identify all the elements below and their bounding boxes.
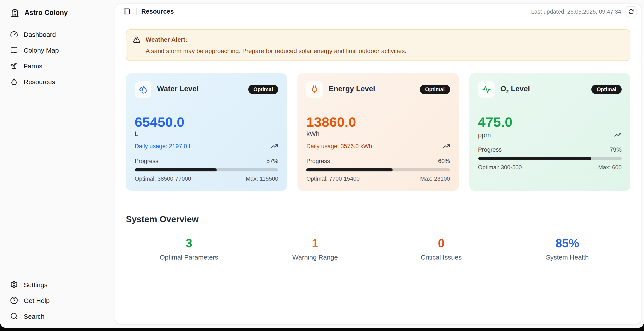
alert-message: A sand storm may be approaching. Prepare…: [146, 46, 406, 55]
stat-critical-issues: 0 Critical Issues: [378, 238, 504, 261]
trending-up-icon: [271, 142, 278, 150]
header-separator: [136, 8, 137, 15]
progress-bar: [306, 168, 450, 171]
sidebar-item-farms[interactable]: Farms: [6, 60, 109, 72]
app-window: Astro Colony Dashboard Colony Map Farms: [0, 0, 644, 328]
progress-label: Progress: [306, 158, 330, 164]
weather-alert-banner: Weather Alert: A sand storm may be appro…: [126, 29, 630, 61]
sidebar-item-colony-map[interactable]: Colony Map: [6, 44, 109, 56]
card-unit: ppm: [478, 131, 491, 138]
stat-label: Warning Range: [252, 253, 378, 261]
sidebar: Astro Colony Dashboard Colony Map Farms: [0, 0, 115, 328]
sidebar-item-label: Search: [24, 312, 44, 320]
system-overview: System Overview 3 Optimal Parameters 1 W…: [126, 214, 630, 261]
resource-card: Energy Level Optimal 13860.0 kWh Daily u…: [298, 73, 459, 191]
search-icon: [10, 312, 18, 320]
help-circle-icon: [10, 296, 18, 304]
app-title: Astro Colony: [24, 9, 68, 17]
progress-percent: 57%: [266, 158, 278, 164]
app-logo: Astro Colony: [6, 5, 109, 20]
optimal-range: Optimal: 38500-77000: [135, 175, 191, 182]
gear-icon: [10, 281, 18, 289]
sidebar-item-label: Settings: [24, 281, 48, 288]
warning-triangle-icon: [133, 36, 140, 43]
sidebar-item-settings[interactable]: Settings: [6, 278, 109, 291]
stat-optimal-parameters: 3 Optimal Parameters: [126, 238, 252, 261]
droplet-icon: [10, 78, 18, 85]
card-title: O2 Level: [500, 85, 530, 94]
card-icon-chip: [306, 81, 323, 98]
sidebar-nav: Dashboard Colony Map Farms Resources: [6, 28, 109, 88]
status-badge: Optimal: [420, 85, 450, 94]
progress-bar: [135, 168, 278, 171]
stat-value: 85%: [504, 238, 630, 250]
overview-stats: 3 Optimal Parameters 1 Warning Range 0 C…: [126, 238, 630, 261]
stat-system-health: 85% System Health: [504, 238, 630, 261]
plug-icon: [310, 85, 319, 94]
sprout-icon: [10, 62, 18, 70]
optimal-range: Optimal: 7700-15400: [306, 175, 360, 182]
droplets-icon: [139, 85, 148, 94]
panel-left-icon: [123, 8, 130, 15]
sidebar-item-get-help[interactable]: Get Help: [6, 294, 109, 307]
sidebar-item-label: Dashboard: [24, 30, 56, 38]
progress-label: Progress: [478, 146, 502, 153]
sidebar-item-label: Colony Map: [24, 46, 59, 54]
stat-value: 1: [252, 238, 378, 250]
daily-usage-text: Daily usage: 2197.0 L: [135, 143, 192, 149]
stat-value: 0: [378, 238, 504, 250]
last-updated-text: Last updated: 25.05.2025, 09:47:34: [531, 8, 621, 15]
progress-label: Progress: [135, 158, 158, 164]
colony-dome-icon: [10, 8, 20, 17]
progress-bar: [478, 157, 622, 160]
progress-fill: [478, 157, 591, 160]
alert-title: Weather Alert:: [146, 35, 406, 44]
main-panel: Resources Last updated: 25.05.2025, 09:4…: [115, 3, 641, 325]
max-value: Max: 600: [598, 164, 622, 170]
card-title: Energy Level: [329, 85, 375, 94]
refresh-icon: [628, 8, 634, 14]
sidebar-item-label: Get Help: [24, 297, 50, 304]
card-value: 13860.0: [306, 115, 450, 130]
content-area: Weather Alert: A sand storm may be appro…: [116, 19, 641, 324]
resource-card: O2 Level Optimal 475.0 ppm Progress 79%: [469, 73, 630, 191]
stat-warning-range: 1 Warning Range: [252, 238, 378, 261]
resource-card: Water Level Optimal 65450.0 L Daily usag…: [126, 73, 287, 191]
trending-up-icon: [614, 131, 622, 138]
progress-fill: [306, 168, 393, 171]
card-value: 65450.0: [135, 115, 278, 130]
card-unit: kWh: [306, 130, 450, 137]
stat-label: System Health: [504, 253, 630, 261]
section-title: System Overview: [126, 214, 630, 225]
gauge-icon: [10, 30, 18, 38]
card-title: Water Level: [157, 85, 199, 94]
resource-cards: Water Level Optimal 65450.0 L Daily usag…: [126, 73, 630, 191]
sidebar-item-label: Farms: [24, 62, 42, 69]
sidebar-item-search[interactable]: Search: [6, 310, 109, 322]
card-icon-chip: [478, 81, 495, 98]
progress-percent: 60%: [438, 158, 450, 164]
card-value: 475.0: [478, 115, 622, 130]
status-badge: Optimal: [592, 85, 622, 94]
max-value: Max: 23100: [420, 175, 450, 182]
stat-value: 3: [126, 238, 252, 250]
page-title: Resources: [141, 8, 174, 15]
map-icon: [10, 46, 18, 54]
refresh-button[interactable]: [626, 6, 636, 17]
header: Resources Last updated: 25.05.2025, 09:4…: [116, 4, 641, 19]
card-unit: L: [135, 130, 278, 137]
progress-percent: 79%: [610, 146, 622, 153]
status-badge: Optimal: [248, 85, 278, 94]
trending-up-icon: [442, 142, 450, 150]
optimal-range: Optimal: 300-500: [478, 164, 522, 170]
sidebar-item-resources[interactable]: Resources: [6, 75, 109, 88]
sidebar-footer-nav: Settings Get Help Search: [6, 278, 109, 322]
stat-label: Optimal Parameters: [126, 253, 252, 261]
sidebar-toggle-button[interactable]: [122, 6, 132, 17]
stat-label: Critical Issues: [378, 253, 504, 261]
sidebar-item-label: Resources: [24, 78, 55, 85]
max-value: Max: 115500: [246, 175, 278, 182]
sidebar-item-dashboard[interactable]: Dashboard: [6, 28, 109, 40]
daily-usage-text: Daily usage: 3576.0 kWh: [306, 143, 372, 149]
card-icon-chip: [135, 81, 151, 98]
